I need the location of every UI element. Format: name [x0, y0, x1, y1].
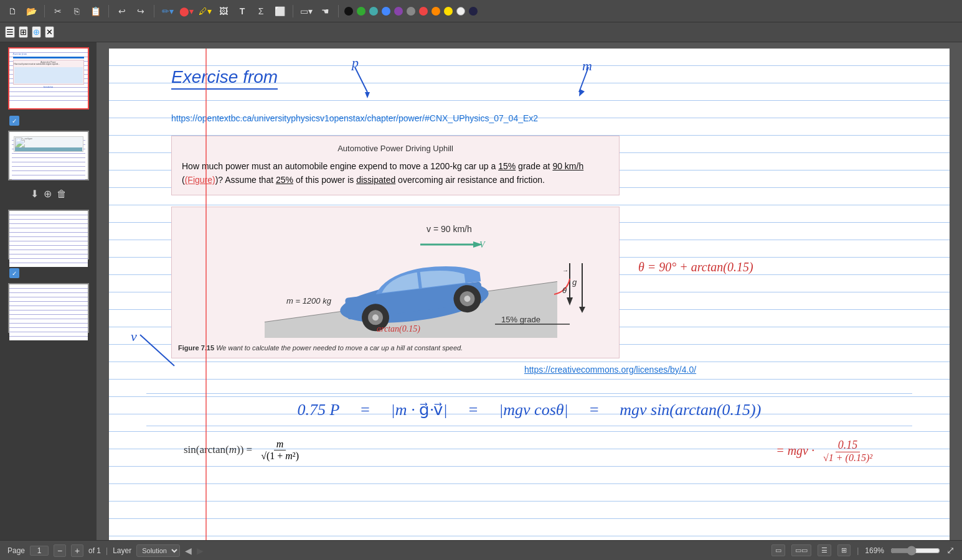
zoom-fit-btn[interactable]: ⤢ [946, 544, 955, 556]
cut-button[interactable]: ✂ [50, 4, 65, 19]
svg-line-2 [579, 67, 588, 92]
page-4-checkbox[interactable]: ✓ [9, 268, 19, 278]
figure-caption-text: We want to calculate the power needed to… [216, 344, 463, 352]
exercise-title: Exercise from [171, 67, 278, 90]
eq-right: = mgv · 0.15 √1 + (0.15)² [776, 439, 875, 464]
url-link[interactable]: https://opentextbc.ca/universityphysicsv… [171, 113, 912, 123]
separator-2 [108, 5, 109, 17]
color-blue[interactable] [382, 7, 390, 16]
annotation-theta-eq: θ = 90° + arctan(0.15) [638, 260, 753, 274]
separator-1 [44, 5, 45, 17]
layer-panel-btn[interactable]: ☰ [5, 26, 15, 38]
shape-tool[interactable]: ⬜ [272, 4, 287, 19]
sep-1: | [106, 546, 108, 555]
color-green[interactable] [357, 7, 365, 16]
delete-page-btn[interactable]: 🗑 [57, 188, 67, 200]
prev-layer-btn[interactable]: ◀ [185, 546, 192, 556]
eq-right-equals: = mgv · [776, 444, 814, 458]
figure-box: v = 90 km/h V [171, 207, 620, 358]
svg-marker-1 [365, 92, 370, 98]
color-white[interactable] [456, 7, 465, 16]
paste-button[interactable]: 📋 [88, 4, 103, 19]
eq-right-fraction: 0.15 √1 + (0.15)² [821, 439, 875, 464]
page-2-checkbox[interactable]: ✓ [9, 116, 19, 126]
annotation-v-left: v [131, 329, 137, 345]
move-page-down-btn[interactable]: ⬇ [31, 188, 39, 200]
separator-4 [293, 5, 293, 17]
color-teal[interactable] [369, 7, 378, 16]
eraser-tool[interactable]: ⬤▾ [179, 4, 194, 19]
sin-identity-fraction: m √(1 + m²) [258, 439, 301, 462]
page-thumb-3[interactable] [8, 210, 89, 259]
cc-link[interactable]: https://creativecommons.org/licenses/by/… [308, 365, 912, 375]
svg-text:θ: θ [562, 286, 567, 295]
open-button[interactable]: 📂 [24, 4, 39, 19]
page-content: Exercise from p m [109, 49, 950, 487]
separator-5 [338, 5, 339, 17]
sep-2: | [857, 546, 859, 555]
copy-button[interactable]: ⎘ [69, 4, 84, 19]
svg-text:g: g [572, 278, 577, 287]
page-view-btn[interactable]: ⊞ [19, 26, 28, 38]
eq-right-frac-num: 0.15 [836, 439, 861, 452]
add-page-btn[interactable]: ⊕ [44, 188, 52, 200]
svg-text:arctan(0.15): arctan(0.15) [377, 324, 420, 334]
close-panel-btn[interactable]: ✕ [45, 26, 54, 38]
page-minus-btn[interactable]: − [54, 544, 66, 557]
figure-caption: Figure 7.15 We want to calculate the pow… [178, 344, 613, 352]
toolbar-top: 🗋 📂 ✂ ⎘ 📋 ↩ ↪ ✏▾ ⬤▾ 🖊▾ 🖼 T Σ ⬜ ▭▾ ☚ [0, 0, 962, 22]
svg-marker-3 [579, 89, 585, 96]
math-tool[interactable]: Σ [253, 4, 268, 19]
svg-line-0 [355, 67, 367, 92]
zoom-level: 169% [865, 546, 884, 555]
color-yellow[interactable] [444, 7, 453, 16]
zoom-slider[interactable] [890, 546, 940, 556]
url-container: https://opentextbc.ca/universityphysicsv… [171, 113, 912, 123]
doc-area[interactable]: Exercise from p m [97, 42, 962, 540]
redo-button[interactable]: ↪ [133, 4, 148, 19]
pen-tool[interactable]: ✏▾ [160, 4, 175, 19]
svg-text:V: V [479, 240, 486, 250]
problem-box: Automotive Power Driving Uphill How much… [171, 136, 620, 195]
layer-select[interactable]: Solution [136, 544, 180, 557]
sin-identity: sin(arctan(m)) = m √(1 + m²) [184, 439, 301, 462]
page: Exercise from p m [109, 49, 950, 540]
layers-btn[interactable]: ⊕ [32, 26, 41, 38]
sin-identity-left: sin(arctan(m)) = [184, 444, 252, 456]
color-purple[interactable] [394, 7, 403, 16]
scroll-btn[interactable]: ☰ [818, 544, 831, 556]
hand-tool[interactable]: ☚ [318, 4, 332, 19]
color-black[interactable] [344, 7, 353, 16]
color-red[interactable] [419, 7, 428, 16]
figure-caption-bold: Figure 7.15 [178, 344, 214, 352]
undo-button[interactable]: ↩ [115, 4, 130, 19]
two-page-btn[interactable]: ▭▭ [791, 544, 811, 556]
page-number-input[interactable] [30, 546, 49, 556]
toolbar-second: ☰ ⊞ ⊕ ✕ [0, 22, 962, 42]
select-rect-tool[interactable]: ▭▾ [299, 4, 314, 19]
page-thumb-1[interactable]: Exercise from url link Automotive Power … [8, 47, 89, 110]
page-thumb-2[interactable]: car [8, 131, 89, 180]
page-thumb-4[interactable] [8, 283, 89, 333]
problem-figure-area: v θ = 90° + arctan(0.15) Automotive Powe… [171, 136, 912, 375]
new-button[interactable]: 🗋 [5, 4, 20, 19]
margin-line [205, 49, 207, 540]
single-page-btn[interactable]: ▭ [771, 544, 785, 556]
page-plus-btn[interactable]: + [71, 544, 83, 557]
svg-text:v = 90 km/h: v = 90 km/h [427, 224, 472, 234]
equation-section: 0.75 P = |m · g⃗·v⃗| = |mgv cosθ| = mgv … [146, 393, 912, 462]
color-dark[interactable] [469, 7, 478, 16]
layer-label: Layer [113, 546, 131, 555]
main-eq-text: 0.75 P = |m · g⃗·v⃗| = |mgv cosθ| = mgv … [298, 401, 762, 419]
text-tool[interactable]: T [235, 4, 250, 19]
image-tool[interactable]: 🖼 [216, 4, 231, 19]
eq-right-frac-den: √1 + (0.15)² [821, 452, 875, 464]
secondary-equations: sin(arctan(m)) = m √(1 + m²) = mgv · 0.1… [146, 432, 912, 462]
highlighter-tool[interactable]: 🖊▾ [197, 4, 212, 19]
color-gray[interactable] [407, 7, 415, 16]
car-figure-svg: v = 90 km/h V [178, 213, 613, 338]
color-orange[interactable] [431, 7, 440, 16]
page-2-row: ✓ [8, 114, 89, 126]
main-area: Exercise from url link Automotive Power … [0, 42, 962, 540]
presentation-btn[interactable]: ⊞ [837, 544, 851, 556]
